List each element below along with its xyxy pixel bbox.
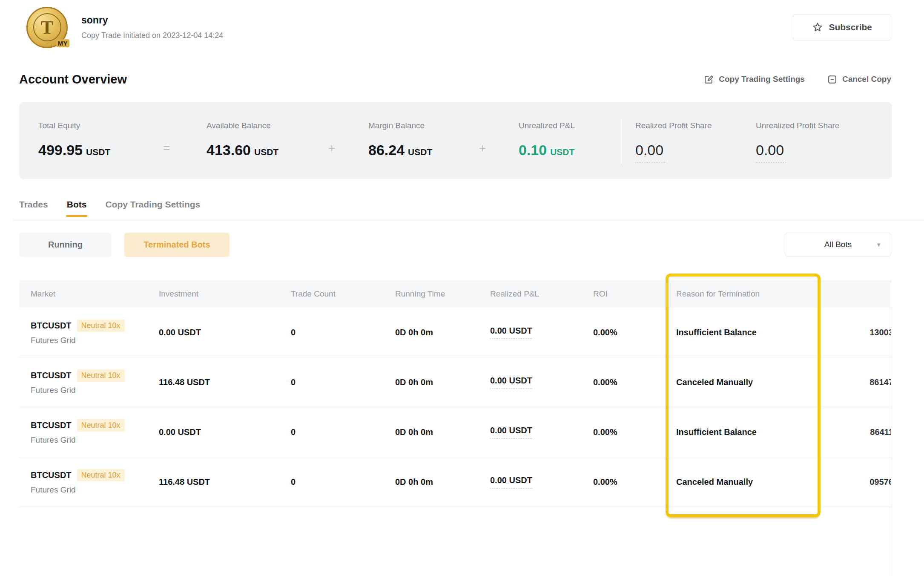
running-time-cell: 0D 0h 0m bbox=[395, 377, 490, 387]
leverage-badge: Neutral 10x bbox=[77, 469, 125, 481]
all-bots-dropdown[interactable]: All Bots ▼ bbox=[785, 233, 891, 256]
roi-cell: 0.00% bbox=[593, 427, 676, 437]
bot-id-cell: 130039 bbox=[836, 308, 891, 357]
investment-cell: 0.00 USDT bbox=[159, 328, 291, 337]
stat-value: 413.60USDT bbox=[207, 142, 278, 158]
investment-cell: 116.48 USDT bbox=[159, 377, 291, 387]
tab-divider-line bbox=[13, 221, 924, 221]
trader-name: sonry bbox=[81, 14, 223, 26]
bot-id-cell: 095763 bbox=[836, 457, 891, 507]
stat-value: 0.10USDT bbox=[519, 142, 575, 158]
bot-id-cell: 861475 bbox=[836, 357, 891, 407]
plus-operator: + bbox=[328, 141, 335, 155]
market-symbol: BTCUSDT bbox=[31, 321, 72, 331]
roi-cell: 0.00% bbox=[593, 377, 676, 387]
leverage-badge: Neutral 10x bbox=[77, 369, 125, 382]
investment-cell: 0.00 USDT bbox=[159, 427, 291, 437]
stat-label: Unrealized Profit Share bbox=[756, 121, 839, 130]
trader-avatar: T MY bbox=[26, 7, 68, 48]
trade-count-cell: 0 bbox=[291, 427, 395, 437]
trade-count-cell: 0 bbox=[291, 477, 395, 487]
terminated-bots-filter-button[interactable]: Terminated Bots bbox=[124, 233, 230, 257]
leverage-badge: Neutral 10x bbox=[77, 320, 125, 332]
market-symbol: BTCUSDT bbox=[31, 371, 72, 380]
bot-type-label: Futures Grid bbox=[31, 485, 159, 495]
stat-value: 499.95USDT bbox=[38, 142, 110, 158]
table-row[interactable]: BTCUSDT Neutral 10x Futures Grid 116.48 … bbox=[19, 357, 891, 407]
col-header-realized-pnl: Realized P&L bbox=[490, 289, 593, 299]
stat-value: 0.00 bbox=[635, 142, 665, 163]
col-header-market: Market bbox=[19, 289, 159, 299]
plus-operator: + bbox=[479, 141, 486, 155]
market-symbol: BTCUSDT bbox=[31, 470, 72, 480]
stat-label: Total Equity bbox=[38, 121, 110, 130]
col-header-reason: Reason for Termination bbox=[676, 289, 836, 299]
subscribe-button[interactable]: Subscribe bbox=[793, 14, 891, 40]
col-header-roi: ROI bbox=[593, 289, 676, 299]
tab-bots[interactable]: Bots bbox=[67, 199, 87, 210]
running-time-cell: 0D 0h 0m bbox=[395, 328, 490, 337]
termination-reason-cell: Canceled Manually bbox=[676, 477, 836, 487]
subscribe-label: Subscribe bbox=[829, 22, 872, 32]
bot-type-label: Futures Grid bbox=[31, 435, 159, 445]
stat-unrealized-pnl: Unrealized P&L 0.10USDT bbox=[519, 121, 575, 158]
bot-id-cell: 864119 bbox=[836, 407, 891, 457]
termination-reason-cell: Canceled Manually bbox=[676, 377, 836, 387]
copy-trade-initiated-label: Copy Trade Initiated on 2023-12-04 14:24 bbox=[81, 31, 223, 40]
table-right-edge-line bbox=[891, 280, 891, 576]
stat-realized-profit-share: Realized Profit Share 0.00 bbox=[635, 121, 712, 163]
stat-label: Unrealized P&L bbox=[519, 121, 575, 130]
stat-value: 86.24USDT bbox=[368, 142, 432, 158]
realized-pnl-cell: 0.00 USDT bbox=[490, 376, 593, 389]
terminated-bots-table: Market Investment Trade Count Running Ti… bbox=[19, 280, 891, 507]
avatar-my-badge: MY bbox=[56, 39, 70, 47]
bot-type-label: Futures Grid bbox=[31, 336, 159, 345]
page-header: T MY sonry Copy Trade Initiated on 2023-… bbox=[26, 6, 891, 49]
stat-label: Margin Balance bbox=[368, 121, 432, 130]
market-cell: BTCUSDT Neutral 10x Futures Grid bbox=[19, 469, 159, 495]
running-time-cell: 0D 0h 0m bbox=[395, 477, 490, 487]
stat-unrealized-profit-share: Unrealized Profit Share 0.00 bbox=[756, 121, 839, 163]
col-header-running-time: Running Time bbox=[395, 289, 490, 299]
realized-pnl-cell: 0.00 USDT bbox=[490, 326, 593, 339]
account-overview-panel: Total Equity 499.95USDT = Available Bala… bbox=[19, 102, 892, 179]
status-filters: Running Terminated Bots bbox=[19, 233, 230, 257]
tab-trades[interactable]: Trades bbox=[19, 199, 48, 210]
tab-copy-trading-settings[interactable]: Copy Trading Settings bbox=[105, 199, 200, 210]
col-header-investment: Investment bbox=[159, 289, 291, 299]
termination-reason-cell: Insufficient Balance bbox=[676, 328, 836, 337]
stat-value: 0.00 bbox=[756, 142, 786, 163]
running-filter-button[interactable]: Running bbox=[19, 233, 112, 257]
realized-pnl-cell: 0.00 USDT bbox=[490, 475, 593, 489]
realized-pnl-cell: 0.00 USDT bbox=[490, 426, 593, 439]
copy-trading-settings-button[interactable]: Copy Trading Settings bbox=[703, 74, 805, 85]
cancel-copy-button[interactable]: Cancel Copy bbox=[827, 74, 891, 85]
market-cell: BTCUSDT Neutral 10x Futures Grid bbox=[19, 320, 159, 345]
edit-icon bbox=[703, 74, 714, 85]
table-header-row: Market Investment Trade Count Running Ti… bbox=[19, 280, 891, 308]
avatar-coin-emblem: T bbox=[33, 13, 61, 41]
investment-cell: 116.48 USDT bbox=[159, 477, 291, 487]
stat-label: Realized Profit Share bbox=[635, 121, 712, 130]
bots-filter-row: Running Terminated Bots All Bots ▼ bbox=[19, 232, 891, 257]
trade-count-cell: 0 bbox=[291, 328, 395, 337]
table-row[interactable]: BTCUSDT Neutral 10x Futures Grid 0.00 US… bbox=[19, 407, 891, 457]
market-cell: BTCUSDT Neutral 10x Futures Grid bbox=[19, 419, 159, 445]
copy-trading-page: T MY sonry Copy Trade Initiated on 2023-… bbox=[0, 0, 924, 576]
stat-total-equity: Total Equity 499.95USDT bbox=[38, 121, 110, 158]
stats-divider bbox=[622, 119, 622, 165]
trade-count-cell: 0 bbox=[291, 377, 395, 387]
termination-reason-cell: Insufficient Balance bbox=[676, 427, 836, 437]
table-row[interactable]: BTCUSDT Neutral 10x Futures Grid 116.48 … bbox=[19, 457, 891, 507]
bot-type-label: Futures Grid bbox=[31, 386, 159, 395]
col-header-trade-count: Trade Count bbox=[291, 289, 395, 299]
stat-available-balance: Available Balance 413.60USDT bbox=[207, 121, 278, 158]
star-icon bbox=[812, 22, 823, 33]
stat-margin-balance: Margin Balance 86.24USDT bbox=[368, 121, 432, 158]
stat-label: Available Balance bbox=[207, 121, 278, 130]
table-row[interactable]: BTCUSDT Neutral 10x Futures Grid 0.00 US… bbox=[19, 308, 891, 357]
cancel-copy-label: Cancel Copy bbox=[842, 75, 891, 84]
page-title: Account Overview bbox=[19, 72, 127, 86]
equals-operator: = bbox=[163, 141, 170, 155]
trader-info: T MY sonry Copy Trade Initiated on 2023-… bbox=[26, 7, 223, 48]
